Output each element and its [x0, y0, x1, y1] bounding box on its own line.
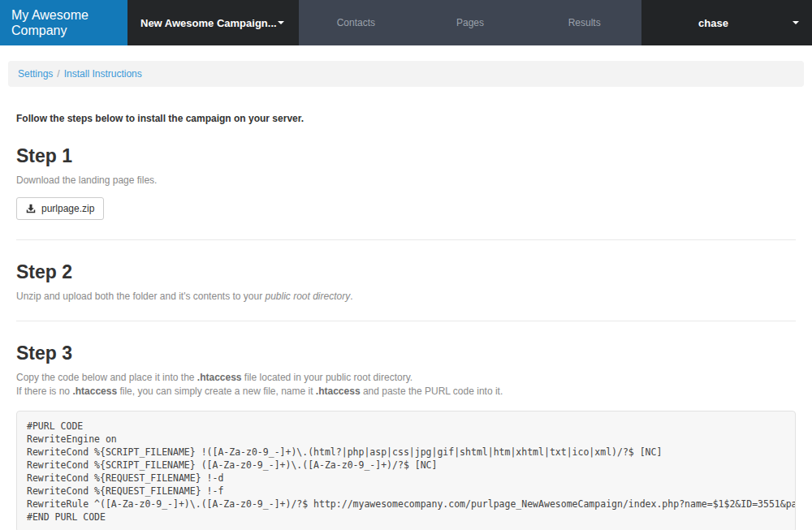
breadcrumb: Settings/Install Instructions: [8, 61, 804, 87]
nav-item-pages[interactable]: Pages: [413, 0, 528, 45]
download-purlpage-button[interactable]: purlpage.zip: [16, 197, 104, 220]
user-menu-label: chase: [698, 17, 728, 29]
download-icon: [26, 204, 36, 213]
brand-logo[interactable]: My Awesome Company: [0, 0, 127, 45]
intro-text: Follow the steps below to install the ca…: [16, 113, 796, 124]
top-navbar: My Awesome Company New Awesome Campaign.…: [0, 0, 812, 45]
step-2-emphasis: public root directory: [266, 291, 351, 302]
step-1-title: Step 1: [16, 145, 796, 167]
step-3-text-end: file located in your public root directo…: [242, 372, 413, 383]
step-3-text: file, you can simply create a new file, …: [117, 386, 316, 397]
step-2-text: Unzip and upload both the folder and it'…: [16, 291, 266, 302]
primary-nav: Contacts Pages Results: [299, 0, 641, 45]
step-3-text-end: and paste the PURL code into it.: [361, 386, 503, 397]
step-1-description: Download the landing page files.: [16, 174, 796, 187]
step-1-section: Step 1 Download the landing page files. …: [16, 145, 796, 223]
breadcrumb-separator: /: [57, 68, 59, 80]
chevron-down-icon: [278, 21, 284, 24]
step-2-description: Unzip and upload both the folder and it'…: [16, 290, 796, 304]
step-3-section: Step 3 Copy the code below and place it …: [16, 343, 796, 530]
chevron-down-icon: [793, 21, 799, 24]
download-button-label: purlpage.zip: [41, 203, 94, 214]
step-2-text-end: .: [350, 291, 352, 302]
step-3-line-2: If there is no .htaccess file, you can s…: [16, 385, 796, 399]
nav-item-contacts[interactable]: Contacts: [299, 0, 413, 45]
brand-name: My Awesome Company: [11, 7, 116, 38]
campaign-selector-label: New Awesome Campaign...: [140, 17, 277, 29]
step-2-title: Step 2: [16, 261, 796, 283]
campaign-selector[interactable]: New Awesome Campaign...: [127, 0, 299, 45]
step-2-section: Step 2 Unzip and upload both the folder …: [16, 261, 796, 304]
breadcrumb-settings[interactable]: Settings: [18, 68, 53, 80]
step-3-title: Step 3: [16, 343, 796, 364]
divider: [16, 239, 796, 240]
htaccess-bold: .htaccess: [72, 386, 117, 397]
step-3-line-1: Copy the code below and place it into th…: [16, 371, 796, 385]
nav-item-results[interactable]: Results: [527, 0, 641, 45]
step-3-text: If there is no: [16, 386, 72, 397]
purl-code-block: #PURL CODE RewriteEngine on RewriteCond …: [16, 411, 796, 530]
user-menu[interactable]: chase: [641, 0, 812, 45]
breadcrumb-install-instructions[interactable]: Install Instructions: [64, 68, 142, 80]
divider: [16, 321, 796, 321]
main-content: Follow the steps below to install the ca…: [0, 113, 812, 530]
step-3-text: Copy the code below and place it into th…: [16, 372, 197, 383]
htaccess-bold: .htaccess: [197, 372, 242, 383]
htaccess-bold: .htaccess: [316, 386, 361, 397]
